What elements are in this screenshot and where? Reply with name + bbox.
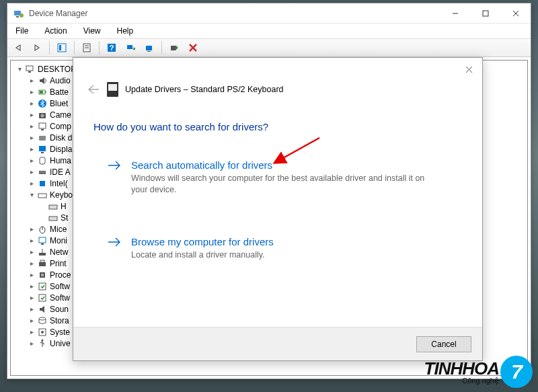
svg-rect-47 (39, 253, 46, 256)
device-category-icon (36, 258, 48, 269)
cancel-button[interactable]: Cancel (416, 336, 471, 352)
tree-item-label: Syste (50, 327, 70, 337)
dialog-header: Update Drivers – Standard PS/2 Keyboard (73, 78, 482, 101)
device-category-icon (36, 155, 48, 166)
option-search-automatically[interactable]: Search automatically for drivers Windows… (93, 159, 430, 196)
chevron-icon: ▸ (27, 77, 36, 84)
svg-rect-53 (39, 283, 46, 290)
option1-title: Search automatically for drivers (131, 159, 430, 171)
tree-item-label: Softw (50, 293, 70, 303)
close-button[interactable] (500, 3, 531, 23)
device-category-icon (36, 270, 48, 280)
tree-item-label: Keybo (50, 190, 73, 200)
watermark-brand: TINHHOA (424, 358, 499, 379)
minimize-button[interactable] (440, 3, 470, 23)
watermark-badge: 7 (500, 356, 533, 388)
svg-rect-52 (41, 274, 44, 276)
svg-point-31 (44, 139, 45, 140)
svg-rect-54 (39, 295, 46, 301)
svg-rect-14 (127, 45, 132, 49)
option2-desc: Locate and install a driver manually. (131, 249, 274, 261)
update-driver-button[interactable] (141, 40, 157, 55)
device-category-icon (36, 292, 48, 303)
menu-help[interactable]: Help (113, 25, 138, 37)
device-category-icon (36, 224, 48, 235)
device-category-icon (36, 178, 48, 189)
dialog-close-button[interactable] (461, 62, 477, 77)
menu-action[interactable]: Action (40, 25, 71, 37)
option2-title: Browse my computer for drivers (131, 236, 274, 247)
chevron-icon: ▸ (27, 248, 36, 256)
menu-file[interactable]: File (11, 25, 32, 37)
svg-rect-4 (483, 11, 488, 16)
tree-item-label: Came (50, 110, 71, 120)
properties-button[interactable] (79, 40, 95, 55)
tree-item-label: Moni (50, 236, 67, 245)
tree-item-label: H (61, 202, 67, 211)
svg-rect-17 (171, 46, 176, 50)
svg-rect-42 (49, 217, 57, 221)
enable-device-button[interactable] (166, 40, 182, 55)
chevron-icon: ▸ (27, 180, 36, 187)
chevron-icon: ▸ (27, 100, 36, 107)
svg-rect-38 (38, 194, 46, 198)
device-category-icon (36, 190, 48, 200)
dialog-back-button[interactable] (87, 84, 100, 95)
svg-rect-15 (146, 46, 152, 50)
menubar: File Action View Help (7, 24, 531, 38)
keyboard-icon (47, 212, 59, 223)
dialog-footer: Cancel (73, 327, 482, 360)
device-category-icon (36, 98, 48, 109)
svg-rect-8 (59, 45, 61, 50)
svg-rect-30 (39, 136, 46, 141)
watermark-logo: TINHHOA Công nghệ 7 (424, 356, 533, 388)
option1-desc: Windows will search your computer for th… (131, 173, 430, 196)
svg-rect-50 (40, 260, 44, 262)
show-hide-tree-button[interactable] (54, 40, 70, 55)
computer-icon (24, 64, 36, 75)
uninstall-device-button[interactable] (185, 40, 201, 55)
svg-rect-16 (147, 51, 151, 52)
chevron-icon: ▸ (27, 271, 36, 278)
chevron-icon: ▸ (27, 111, 36, 118)
chevron-icon: ▸ (27, 305, 36, 313)
svg-text:?: ? (110, 44, 114, 52)
device-category-icon (36, 281, 48, 292)
svg-rect-46 (41, 243, 44, 245)
menu-view[interactable]: View (79, 25, 105, 37)
svg-rect-41 (49, 205, 57, 209)
svg-rect-1 (16, 16, 19, 17)
svg-rect-28 (39, 123, 46, 128)
device-category-icon (36, 315, 48, 326)
tree-root-label: DESKTOP (38, 65, 76, 74)
tree-item-label: Batte (50, 87, 69, 97)
svg-point-27 (41, 114, 44, 117)
scan-button[interactable] (122, 40, 139, 55)
chevron-icon: ▸ (27, 282, 36, 290)
dialog-prompt: How do you want to search for drivers? (93, 121, 462, 132)
maximize-button[interactable] (470, 3, 500, 23)
back-button[interactable] (10, 40, 26, 55)
tree-item-label: Softw (50, 282, 70, 291)
tree-item-label: Comp (50, 122, 71, 131)
device-category-icon (36, 167, 48, 178)
svg-rect-7 (58, 44, 66, 52)
svg-point-2 (20, 13, 24, 17)
app-icon (13, 8, 24, 19)
device-category-icon (36, 327, 48, 338)
tree-item-label: Mice (50, 225, 67, 234)
device-category-icon (36, 132, 48, 143)
svg-rect-37 (40, 181, 45, 186)
toolbar: ? (7, 38, 531, 57)
forward-button[interactable] (29, 40, 45, 55)
chevron-icon: ▸ (27, 317, 36, 324)
chevron-icon: ▸ (27, 328, 36, 336)
dialog-titlebar (73, 58, 482, 78)
chevron-icon: ▸ (27, 260, 36, 267)
tree-item-label: Huma (50, 156, 71, 165)
svg-rect-34 (40, 157, 45, 164)
update-driver-dialog: Update Drivers – Standard PS/2 Keyboard … (73, 57, 483, 361)
svg-rect-21 (28, 71, 31, 73)
help-button[interactable]: ? (104, 40, 120, 55)
option-browse-computer[interactable]: Browse my computer for drivers Locate an… (93, 236, 430, 261)
